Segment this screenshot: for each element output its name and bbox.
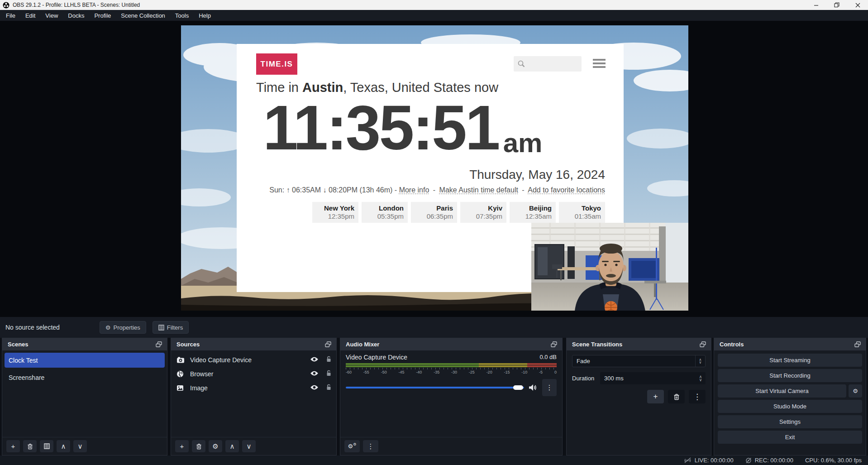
add-source-button[interactable]: + [175,440,189,452]
virtual-camera-settings-button[interactable]: ⚙ [849,384,862,398]
city-card[interactable]: Kyiv07:35pm [460,202,506,223]
city-card[interactable]: Beijing12:35am [510,202,556,223]
clock-ampm: am [503,131,543,155]
source-item-video-capture-device[interactable]: Video Capture Device [171,353,336,367]
volume-meter [346,365,557,367]
exit-button[interactable]: Exit [718,431,862,444]
duration-value: 300 ms [600,375,624,382]
city-name: Tokyo [559,204,601,212]
remove-source-button[interactable] [192,440,205,452]
minimize-button[interactable] [806,0,826,10]
more-info-link[interactable]: More info [399,186,429,194]
move-scene-down-button[interactable]: ∨ [73,440,87,452]
visibility-eye-icon[interactable] [310,384,319,392]
source-item-browser[interactable]: Browser [171,367,336,381]
menu-tools[interactable]: Tools [170,10,194,21]
search-input[interactable] [514,56,582,72]
rec-time: REC: 00:00:00 [755,457,793,464]
start-virtual-camera-button[interactable]: Start Virtual Camera [718,384,846,398]
city-time: 06:35pm [411,212,453,221]
volume-slider-handle[interactable] [513,385,523,390]
scene-item-screenshare[interactable]: Screenshare [5,370,165,385]
controls-panel-header[interactable]: Controls [714,338,866,350]
settings-button[interactable]: Settings [718,415,862,428]
filters-button[interactable]: Filters [153,321,189,334]
popout-icon[interactable] [699,341,707,348]
city-card[interactable]: Tokyo01:35am [559,202,605,223]
speaker-icon[interactable] [529,384,538,391]
remove-transition-button[interactable] [668,390,685,403]
live-time: LIVE: 00:00:00 [695,457,734,464]
select-chevrons[interactable]: ∧∨ [695,355,705,367]
advanced-audio-button[interactable]: ⚙⚙ [344,440,360,452]
remove-scene-button[interactable] [23,440,37,452]
city-card[interactable]: London05:35pm [362,202,408,223]
start-streaming-button[interactable]: Start Streaming [718,354,862,367]
make-default-link[interactable]: Make Austin time default [439,186,518,194]
popout-icon[interactable] [324,341,333,348]
video-frame[interactable]: TIME.IS Time in Austin, Texas, United St… [181,25,688,311]
scene-item-clock-test[interactable]: Clock Test [5,353,165,368]
menu-scene-collection[interactable]: Scene Collection [116,10,170,21]
menu-help[interactable]: Help [194,10,216,21]
mixer-channel-name: Video Capture Device [346,354,407,361]
scenes-panel-header[interactable]: Scenes [2,338,167,350]
window-title: OBS 29.1.2 - Profile: LLHLS BETA - Scene… [13,2,140,8]
visibility-eye-icon[interactable] [310,370,319,378]
mixer-menu-button[interactable]: ⋮ [363,440,378,452]
audio-mixer-panel-header[interactable]: Audio Mixer [340,338,562,350]
menu-edit[interactable]: Edit [20,10,40,21]
studio-mode-button[interactable]: Studio Mode [718,400,862,413]
menu-file[interactable]: File [1,10,20,21]
move-source-up-button[interactable]: ∧ [225,440,239,452]
visibility-eye-icon[interactable] [310,356,319,364]
meter-scale: -60-55-50-45-40-35-30-25-20-15-10-50 [346,370,557,374]
transition-selected-value: Fade [572,358,590,364]
record-inactive-icon [745,457,752,464]
transition-select[interactable]: Fade ∧∨ [572,355,706,367]
menu-docks[interactable]: Docks [63,10,89,21]
add-favorite-link[interactable]: Add to favorite locations [528,186,605,194]
source-properties-button[interactable]: ⚙ [209,440,222,452]
popout-icon[interactable] [155,341,163,348]
lock-icon[interactable] [326,370,332,378]
hamburger-menu-icon[interactable] [593,59,606,70]
popout-icon[interactable] [550,341,558,348]
lock-icon[interactable] [326,356,332,364]
source-label: Video Capture Device [190,356,252,364]
cpu-status: CPU: 0.6%, 30.00 fps [805,457,862,464]
properties-button[interactable]: ⚙ Properties [100,321,146,334]
duration-input[interactable]: 300 ms ∧∨ [600,372,706,384]
maximize-button[interactable] [826,0,847,10]
move-scene-up-button[interactable]: ∧ [57,440,70,452]
city-time: 07:35pm [460,212,502,221]
move-source-down-button[interactable]: ∨ [242,440,256,452]
close-button[interactable] [847,0,868,10]
scene-transitions-panel-header[interactable]: Scene Transitions [567,338,711,350]
popout-icon[interactable] [854,341,862,348]
titlebar: OBS 29.1.2 - Profile: LLHLS BETA - Scene… [0,0,868,10]
timeis-logo[interactable]: TIME.IS [256,53,297,75]
lock-icon[interactable] [326,384,332,392]
sources-panel-header[interactable]: Sources [171,338,336,350]
webcam-overlay[interactable] [531,223,688,311]
source-item-image[interactable]: Image [171,381,336,395]
preview-area[interactable]: TIME.IS Time in Austin, Texas, United St… [0,21,868,317]
menu-view[interactable]: View [40,10,63,21]
sources-panel: Sources Video Capture Device Br [171,338,337,455]
start-recording-button[interactable]: Start Recording [718,369,862,382]
cpu-fps-text: CPU: 0.6%, 30.00 fps [805,457,862,464]
volume-slider[interactable] [346,387,524,388]
add-scene-button[interactable]: + [6,440,20,452]
transition-menu-button[interactable]: ⋮ [689,390,706,403]
city-card[interactable]: New York12:35pm [312,202,358,223]
duration-spinner[interactable]: ∧∨ [696,372,706,384]
add-transition-button[interactable]: + [647,390,664,403]
city-card[interactable]: Paris06:35pm [411,202,457,223]
mixer-channel-menu-button[interactable]: ⋮ [542,379,557,396]
status-bar: LIVE: 00:00:00 REC: 00:00:00 CPU: 0.6%, … [0,455,868,465]
menu-profile[interactable]: Profile [89,10,116,21]
sun-times: Sun: ↑ 06:35AM ↓ 08:20PM (13h 46m) - [269,186,397,194]
scene-filters-button[interactable] [40,440,53,452]
city-name: Paris [411,204,453,212]
